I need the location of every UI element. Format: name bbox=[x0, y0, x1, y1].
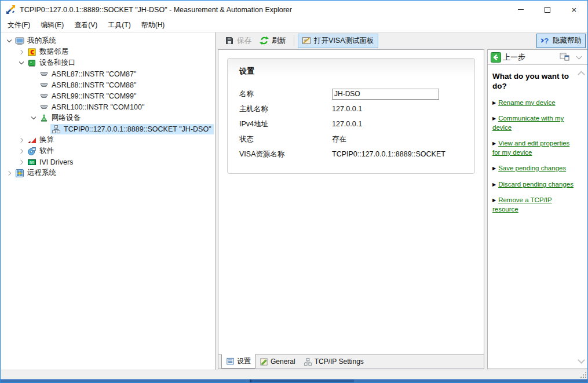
tab-settings-label: 设置 bbox=[237, 356, 251, 366]
help-link-discard-pending[interactable]: Discard pending changes bbox=[498, 181, 574, 188]
menu-edit[interactable]: 编辑(E) bbox=[35, 19, 69, 32]
tree-item-label: ASRL88::INSTR "COM88" bbox=[52, 81, 136, 89]
tree-expander[interactable] bbox=[16, 58, 26, 68]
help-menu-chevron-icon[interactable] bbox=[576, 53, 582, 59]
save-button-label: 保存 bbox=[237, 36, 251, 46]
tree-item-label: 换算 bbox=[39, 135, 54, 145]
max-window: TCPIP0::127.0.0.1::8889::SOCKET "JH-DSO"… bbox=[0, 0, 588, 383]
tree-item-devices-interfaces[interactable]: 设备和接口 bbox=[26, 57, 78, 68]
tree-item-ivi-drivers[interactable]: IVI IVI Drivers bbox=[26, 157, 75, 167]
open-visa-test-panel-label: 打开VISA测试面板 bbox=[314, 36, 374, 46]
help-back-button[interactable]: 上一步 bbox=[491, 52, 525, 63]
tree-expander[interactable] bbox=[4, 168, 14, 178]
tree-item-data-neighborhood[interactable]: 数据邻居 bbox=[26, 46, 71, 57]
tree-row: IVI IVI Drivers bbox=[1, 156, 216, 167]
tree-expander[interactable] bbox=[16, 135, 26, 145]
help-heading: What do you want to do? bbox=[492, 72, 574, 92]
tree-expander[interactable] bbox=[16, 157, 26, 167]
tab-settings[interactable]: 设置 bbox=[221, 354, 255, 369]
scales-icon bbox=[27, 136, 36, 145]
computer-icon bbox=[15, 37, 24, 46]
tree-item-scales[interactable]: 换算 bbox=[26, 134, 56, 145]
field-row-visa-resource: VISA资源名称 TCPIP0::127.0.0.1::8889::SOCKET bbox=[239, 147, 463, 162]
tab-general-label: General bbox=[271, 358, 295, 366]
tree-item-asrl87[interactable]: ASRL87::INSTR "COM87" bbox=[38, 69, 138, 79]
tree-row: 设备和接口 bbox=[1, 57, 216, 68]
scroll-up-icon[interactable] bbox=[578, 71, 585, 78]
serial-port-icon bbox=[39, 70, 49, 79]
tree-item-label: 设备和接口 bbox=[39, 58, 76, 68]
help-link-item: ▶Remove a TCP/IP resource bbox=[492, 196, 574, 214]
close-button[interactable]: × bbox=[561, 1, 587, 19]
tree-expander[interactable] bbox=[28, 113, 38, 123]
tree-item-label: ASRL87::INSTR "COM87" bbox=[52, 70, 136, 78]
open-visa-test-panel-button[interactable]: 打开VISA测试面板 bbox=[298, 34, 378, 48]
tree-item-asrl88[interactable]: ASRL88::INSTR "COM88" bbox=[38, 80, 138, 90]
panel-layout-button[interactable] bbox=[560, 53, 569, 61]
tree-row: 我的系统 bbox=[1, 35, 216, 46]
tree-row: TCPIP0::127.0.0.1::8889::SOCKET "JH-DSO" bbox=[1, 123, 216, 134]
tab-tcpip-settings[interactable]: TCP/IP Settings bbox=[300, 355, 368, 369]
tree-expander[interactable] bbox=[16, 47, 26, 57]
menubar: 文件(F) 编辑(E) 查看(V) 工具(T) 帮助(H) bbox=[1, 19, 587, 32]
tree-item-my-system[interactable]: 我的系统 bbox=[14, 35, 59, 46]
tree-item-network-devices[interactable]: 网络设备 bbox=[38, 112, 83, 123]
field-row-status: 状态 存在 bbox=[239, 132, 463, 147]
tree-item-asrl100[interactable]: ASRL100::INSTR "COM100" bbox=[38, 102, 147, 112]
configuration-tree: 我的系统 数据邻居 bbox=[1, 32, 216, 370]
tree-item-label: ASRL100::INSTR "COM100" bbox=[52, 103, 144, 111]
hide-help-label: 隐藏帮助 bbox=[553, 36, 582, 46]
back-icon bbox=[491, 52, 501, 63]
help-content: What do you want to do? ▶Rename my devic… bbox=[488, 65, 587, 369]
scroll-down-icon[interactable] bbox=[578, 356, 585, 364]
general-tab-icon bbox=[260, 358, 268, 366]
help-icon: ? bbox=[540, 36, 550, 45]
help-link-view-edit-properties[interactable]: View and edit properties for my device bbox=[492, 140, 569, 156]
help-link-item: ▶Save pending changes bbox=[492, 164, 574, 173]
tree-item-software[interactable]: 软件 bbox=[26, 145, 56, 156]
tree-item-label: TCPIP0::127.0.0.1::8889::SOCKET "JH-DSO" bbox=[64, 125, 211, 133]
tree-row: 远程系统 bbox=[1, 167, 216, 178]
help-link-communicate[interactable]: Communicate with my device bbox=[492, 115, 564, 131]
tree-item-label: 数据邻居 bbox=[39, 47, 68, 57]
tree-item-asrl99[interactable]: ASRL99::INSTR "COM99" bbox=[38, 91, 138, 101]
maximize-button[interactable] bbox=[534, 1, 561, 19]
tree-expander[interactable] bbox=[4, 36, 14, 46]
menu-help[interactable]: 帮助(H) bbox=[136, 19, 170, 32]
help-link-rename[interactable]: Rename my device bbox=[498, 99, 555, 106]
help-link-item: ▶Communicate with my device bbox=[492, 114, 574, 132]
bullet-icon: ▶ bbox=[492, 182, 496, 187]
tree-expander[interactable] bbox=[16, 146, 26, 156]
help-link-save-pending[interactable]: Save pending changes bbox=[498, 165, 566, 172]
tab-tcpip-settings-label: TCP/IP Settings bbox=[315, 358, 364, 366]
tree-item-tcpip-device[interactable]: TCPIP0::127.0.0.1::8889::SOCKET "JH-DSO" bbox=[50, 124, 214, 134]
close-icon: × bbox=[572, 5, 577, 14]
minimize-button[interactable] bbox=[507, 1, 534, 19]
menu-file[interactable]: 文件(F) bbox=[2, 19, 35, 32]
software-icon bbox=[27, 147, 36, 156]
taskbar-active-button[interactable] bbox=[250, 380, 354, 382]
hostname-value: 127.0.0.1 bbox=[332, 105, 362, 113]
device-name-input[interactable] bbox=[332, 89, 439, 100]
save-button[interactable]: 保存 bbox=[221, 34, 255, 48]
tree-row: ASRL99::INSTR "COM99" bbox=[1, 90, 216, 101]
tree-row: 换算 bbox=[1, 134, 216, 145]
network-devices-icon bbox=[39, 114, 49, 123]
svg-text:IVI: IVI bbox=[30, 160, 34, 164]
hide-help-button[interactable]: ? 隐藏帮助 bbox=[536, 34, 586, 48]
refresh-button[interactable]: 刷新 bbox=[255, 34, 290, 48]
settings-tab-icon bbox=[226, 357, 235, 366]
bottom-tab-strip: 设置 General bbox=[218, 354, 484, 369]
network-node-icon bbox=[52, 125, 61, 134]
help-back-label: 上一步 bbox=[503, 52, 525, 63]
tab-general[interactable]: General bbox=[255, 355, 300, 369]
menu-view[interactable]: 查看(V) bbox=[69, 19, 103, 32]
field-row-ipv4: IPv4地址 127.0.0.1 bbox=[239, 116, 463, 132]
tree-item-label: 网络设备 bbox=[52, 113, 81, 123]
resize-grip[interactable] bbox=[580, 371, 586, 378]
tree-row: 软件 bbox=[1, 145, 216, 156]
tree-item-remote-systems[interactable]: 远程系统 bbox=[14, 167, 59, 178]
help-link-item: ▶View and edit properties for my device bbox=[492, 139, 574, 157]
menu-tools[interactable]: 工具(T) bbox=[103, 19, 136, 32]
help-link-remove-tcpip[interactable]: Remove a TCP/IP resource bbox=[492, 196, 552, 213]
